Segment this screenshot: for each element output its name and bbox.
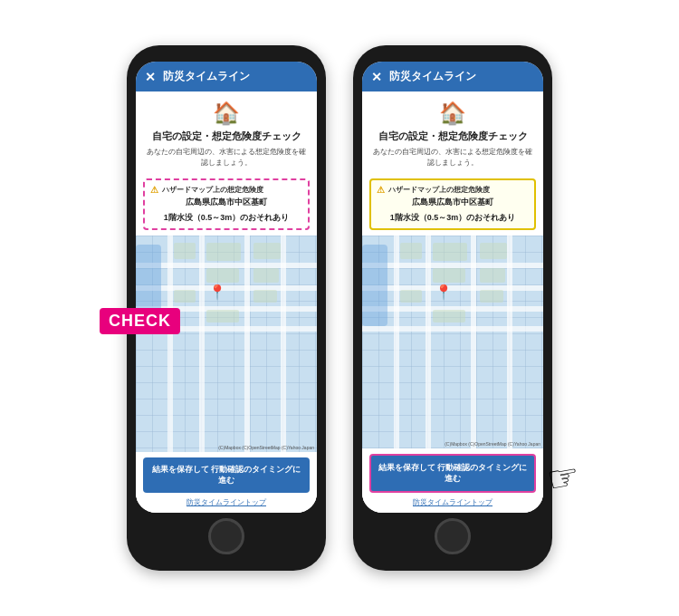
left-block3 [206,268,239,283]
right-road-h2 [362,285,543,291]
left-hazard-header-label: ハザードマップ上の想定危険度 [162,185,263,195]
left-action-button[interactable]: 結果を保存して 行動確認のタイミングに進む [143,457,310,493]
left-block5 [206,310,239,322]
right-app-header: ✕ 防災タイムライン [362,62,543,91]
right-bottom-section: 結果を保存して 行動確認のタイミングに進む 防災タイムライントップ [362,448,543,513]
right-phone-wrapper: ✕ 防災タイムライン 🏠 自宅の設定・想定危険度チェック あなたの自宅周辺の、水… [353,45,552,571]
left-hazard-location: 広島県広島市中区基町 [150,197,302,208]
cursor-hand-icon: ☞ [543,454,582,501]
right-water [362,245,387,326]
left-phone-wrapper: ✕ 防災タイムライン 🏠 自宅の設定・想定危険度チェック あなたの自宅周辺の、水… [127,45,326,571]
right-road-v1 [394,236,399,448]
right-timeline-link[interactable]: 防災タイムライントップ [369,497,536,507]
left-card-subtitle: あなたの自宅周辺の、水害による想定危険度を確 認しましょう。 [145,147,308,167]
right-close-icon[interactable]: ✕ [371,70,382,84]
left-house-icon: 🏠 [145,101,308,126]
right-house-icon: 🏠 [371,101,534,126]
left-hazard-detail: 1階水没（0.5～3m）のおそれあり [150,212,302,224]
left-map-pin: 📍 [208,284,226,301]
right-card-subtitle: あなたの自宅周辺の、水害による想定危険度を確 認しましょう。 [371,147,534,167]
left-home-button[interactable] [208,518,244,554]
left-block2 [206,243,241,261]
left-block6 [253,243,281,259]
right-block2 [433,243,467,261]
left-warn-icon: ⚠ [150,185,158,195]
left-block7 [253,268,279,283]
right-block8 [480,290,503,303]
left-card-section: 🏠 自宅の設定・想定危険度チェック あなたの自宅周辺の、水害による想定危険度を確… [136,91,317,173]
left-map-copyright: (C)Mapbox (C)OpenStreetMap (C)Yahoo Japa… [218,445,314,450]
left-timeline-link[interactable]: 防災タイムライントップ [143,497,310,507]
right-block4 [400,290,422,303]
left-road-v4 [281,236,286,452]
right-phone-body: 🏠 自宅の設定・想定危険度チェック あなたの自宅周辺の、水害による想定危険度を確… [362,91,543,513]
left-card-title: 自宅の設定・想定危険度チェック [145,130,308,143]
left-road-v1 [167,236,173,452]
right-road-v2 [426,236,431,448]
right-action-button[interactable]: 結果を保存して 行動確認のタイミングに進む [369,454,536,493]
left-phone-screen: ✕ 防災タイムライン 🏠 自宅の設定・想定危険度チェック あなたの自宅周辺の、水… [136,62,317,513]
left-hazard-header: ⚠ ハザードマップ上の想定危険度 [150,185,302,195]
right-hazard-location: 広島県広島市中区基町 [377,197,529,208]
left-road-v2 [199,236,205,452]
right-card-section: 🏠 自宅の設定・想定危険度チェック あなたの自宅周辺の、水害による想定危険度を確… [362,91,543,173]
right-block1 [400,243,422,259]
right-phone-screen: ✕ 防災タイムライン 🏠 自宅の設定・想定危険度チェック あなたの自宅周辺の、水… [362,62,543,513]
right-hazard-header-label: ハザードマップ上の想定危険度 [388,185,490,195]
left-phone-body: 🏠 自宅の設定・想定危険度チェック あなたの自宅周辺の、水害による想定危険度を確… [136,91,317,513]
right-card-title: 自宅の設定・想定危険度チェック [371,130,534,143]
left-road-h2 [136,285,317,291]
right-header-title: 防災タイムライン [389,69,476,84]
right-road-v4 [507,236,512,448]
right-block5 [433,310,465,322]
right-road-h4 [362,326,543,332]
left-hazard-box: ⚠ ハザードマップ上の想定危険度 広島県広島市中区基町 1階水没（0.5～3m）… [143,178,310,230]
right-block6 [480,243,507,259]
right-map-pin: 📍 [435,284,453,301]
left-road-h1 [136,263,317,268]
left-block4 [174,290,196,303]
right-map-area: 📍 (C)Mapbox (C)OpenStreetMap (C)Yahoo Ja… [362,236,543,448]
left-close-icon[interactable]: ✕ [145,70,156,84]
right-road-v3 [471,236,476,448]
check-label: CHECK [100,308,180,334]
right-block3 [433,268,465,283]
right-block7 [480,268,505,283]
right-hazard-header: ⚠ ハザードマップ上の想定危険度 [377,185,529,195]
left-bottom-section: 結果を保存して 行動確認のタイミングに進む 防災タイムライントップ [136,452,317,513]
right-phone: ✕ 防災タイムライン 🏠 自宅の設定・想定危険度チェック あなたの自宅周辺の、水… [353,45,552,571]
left-block1 [174,243,196,259]
left-app-header: ✕ 防災タイムライン [136,62,317,91]
right-warn-icon: ⚠ [377,185,385,195]
left-map-area: 📍 (C)Mapbox (C)OpenStreetMap (C)Yahoo Ja… [136,236,317,452]
left-block8 [253,290,277,303]
left-header-title: 防災タイムライン [163,69,250,84]
right-road-h1 [362,263,543,268]
right-home-button[interactable] [435,518,471,554]
right-hazard-detail: 1階水没（0.5～3m）のおそれあり [377,212,529,224]
left-road-v3 [244,236,250,452]
right-hazard-box: ⚠ ハザードマップ上の想定危険度 広島県広島市中区基町 1階水没（0.5～3m）… [369,178,536,230]
right-map-copyright: (C)Mapbox (C)OpenStreetMap (C)Yahoo Japa… [445,441,540,447]
